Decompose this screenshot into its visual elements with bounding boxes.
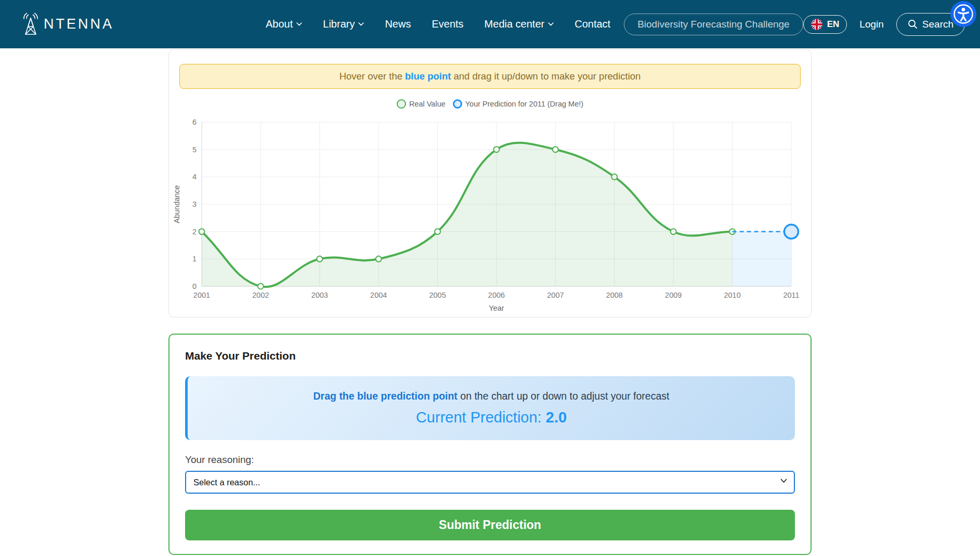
nav-right: EN Login Search <box>803 13 965 36</box>
real-series <box>199 143 736 289</box>
banner-highlight: blue point <box>402 71 453 82</box>
prediction-area <box>733 232 791 286</box>
chevron-down-icon <box>296 22 302 26</box>
svg-text:1: 1 <box>192 255 197 263</box>
chevron-down-icon <box>548 22 554 26</box>
svg-text:5: 5 <box>192 145 197 154</box>
legend-item-prediction[interactable]: Your Prediction for 2011 (Drag Me!) <box>453 99 583 109</box>
prediction-series <box>733 224 799 286</box>
svg-text:2011: 2011 <box>783 291 799 299</box>
nav-item-news[interactable]: News <box>385 18 411 30</box>
search-icon <box>908 19 918 29</box>
real-value-legend-label: Real Value <box>409 100 446 108</box>
real-point <box>671 229 676 234</box>
search-label: Search <box>922 19 953 30</box>
svg-text:2004: 2004 <box>370 291 387 299</box>
brand-text: NTENNA <box>44 16 114 32</box>
svg-text:2002: 2002 <box>252 291 269 299</box>
drag-instruction-bold: Drag the blue prediction point <box>313 390 458 402</box>
prediction-legend-label: Your Prediction for 2011 (Drag Me!) <box>465 100 583 108</box>
svg-text:2007: 2007 <box>547 291 564 299</box>
svg-text:2009: 2009 <box>665 291 682 299</box>
drag-instruction-box: Drag the blue prediction point on the ch… <box>185 376 795 440</box>
real-point <box>317 256 322 262</box>
svg-text:2008: 2008 <box>606 291 623 299</box>
svg-text:0: 0 <box>192 282 197 290</box>
instruction-banner: Hover over the blue point and drag it up… <box>179 64 801 89</box>
language-label: EN <box>827 19 840 30</box>
drag-instruction-rest: on the chart up or down to adjust your f… <box>458 390 670 402</box>
prediction-card: Make Your Prediction Drag the blue predi… <box>168 334 812 555</box>
current-prediction: Current Prediction: 2.0 <box>416 409 567 426</box>
svg-text:2006: 2006 <box>488 291 505 299</box>
reasoning-select[interactable]: Select a reason... <box>185 471 795 494</box>
reasoning-label: Your reasoning: <box>185 454 795 466</box>
prediction-title: Make Your Prediction <box>185 350 795 362</box>
nav-item-events[interactable]: Events <box>432 18 463 30</box>
prediction-point[interactable] <box>785 224 799 239</box>
language-selector[interactable]: EN <box>803 15 847 34</box>
chart-legend: Real Value Your Prediction for 2011 (Dra… <box>169 99 811 109</box>
real-point <box>376 256 382 262</box>
x-axis-title: Year <box>489 304 504 312</box>
real-point <box>435 229 440 234</box>
prediction-legend-marker <box>453 99 462 109</box>
reasoning-select-wrap: Select a reason... <box>185 471 795 494</box>
real-point <box>199 229 205 234</box>
svg-text:2003: 2003 <box>311 291 328 299</box>
current-prediction-value: 2.0 <box>546 409 567 426</box>
svg-text:2001: 2001 <box>193 291 210 299</box>
antenna-tower-icon <box>21 12 41 36</box>
nav-menu: AboutLibraryNewsEventsMedia centerContac… <box>266 18 610 30</box>
real-point <box>258 284 264 289</box>
real-value-legend-marker <box>397 99 406 109</box>
svg-text:2010: 2010 <box>724 291 740 299</box>
chevron-down-icon <box>358 22 364 26</box>
accessibility-button[interactable] <box>950 1 976 27</box>
nav-item-contact[interactable]: Contact <box>574 18 610 30</box>
banner-text-suffix: and drag it up/down to make your predict… <box>453 71 641 82</box>
abundance-chart[interactable]: 0123456200120022003200420052006200720082… <box>169 114 812 316</box>
svg-text:6: 6 <box>192 118 197 126</box>
svg-text:2005: 2005 <box>429 291 446 299</box>
real-area <box>202 143 733 287</box>
real-point <box>553 147 558 152</box>
current-prediction-label: Current Prediction: <box>416 409 542 426</box>
accessibility-icon <box>952 3 975 25</box>
login-link[interactable]: Login <box>859 19 884 30</box>
nav-item-library[interactable]: Library <box>323 18 364 30</box>
svg-text:4: 4 <box>192 173 197 181</box>
nav-item-about[interactable]: About <box>266 18 302 30</box>
navbar: NTENNA AboutLibraryNewsEventsMedia cente… <box>0 0 980 48</box>
real-point <box>611 174 617 180</box>
nav-item-media-center[interactable]: Media center <box>485 18 554 30</box>
drag-instruction-text: Drag the blue prediction point on the ch… <box>313 390 670 402</box>
real-point <box>494 147 500 152</box>
y-axis-title: Abundance <box>173 185 181 223</box>
antenna-logo[interactable]: NTENNA <box>21 12 114 36</box>
svg-text:3: 3 <box>192 200 197 208</box>
submit-prediction-button[interactable]: Submit Prediction <box>185 510 795 540</box>
chart-card: Hover over the blue point and drag it up… <box>168 49 812 317</box>
banner-text-prefix: Hover over the <box>339 71 402 82</box>
legend-item-real-value[interactable]: Real Value <box>397 99 446 109</box>
biodiversity-challenge-button[interactable]: Biodiversity Forecasting Challenge <box>624 14 803 35</box>
svg-text:2: 2 <box>192 228 197 236</box>
uk-flag-icon <box>811 19 822 30</box>
